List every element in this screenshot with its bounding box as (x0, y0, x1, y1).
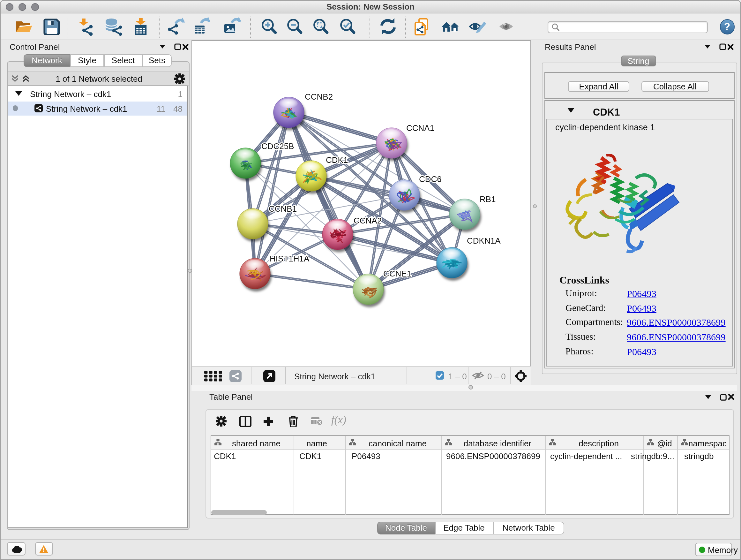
svg-text:CCNA2: CCNA2 (353, 215, 381, 225)
svg-text:CCNB1: CCNB1 (268, 204, 296, 213)
svg-text:CDK1: CDK1 (326, 155, 347, 165)
svg-text:CDC25B: CDC25B (261, 141, 294, 151)
svg-text:CCNB2: CCNB2 (305, 91, 333, 101)
svg-text:CCNA1: CCNA1 (406, 123, 434, 132)
svg-text:RB1: RB1 (479, 194, 495, 204)
svg-text:HIST1H1A: HIST1H1A (269, 253, 309, 263)
svg-text:CCNE1: CCNE1 (383, 268, 411, 278)
svg-text:CDC6: CDC6 (419, 174, 441, 184)
svg-text:CDKN1A: CDKN1A (467, 236, 500, 245)
